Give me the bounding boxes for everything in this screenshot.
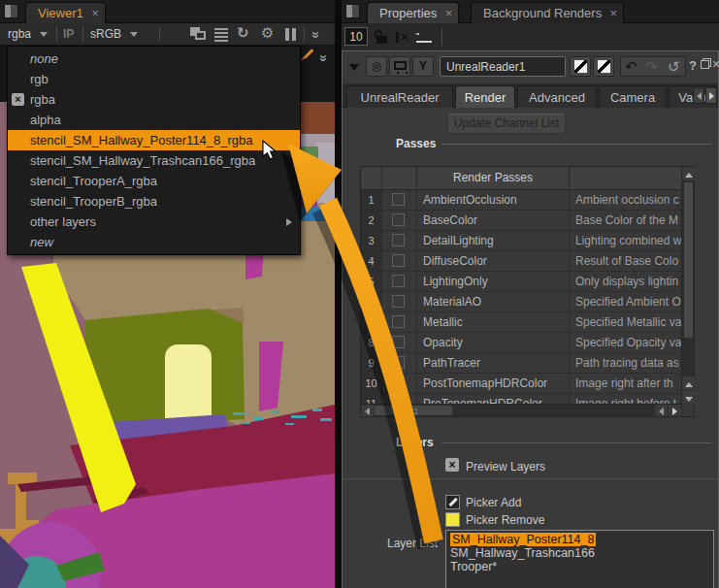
help-button[interactable]: ? xyxy=(689,58,697,73)
tab-unrealreader[interactable]: UnrealReader xyxy=(346,85,453,108)
channel-dropdown-menu: none rgb × rgba alpha stencil_SM_Hallway… xyxy=(7,46,301,255)
scrollbar-thumb[interactable] xyxy=(375,406,452,415)
menu-item-stencil-troopera[interactable]: stencil_TrooperA_rgba xyxy=(8,171,300,191)
scroll-left-icon[interactable] xyxy=(361,405,374,416)
pane-corner-icon[interactable] xyxy=(4,4,18,18)
table-row[interactable]: 5LightingOnlyOnly displays lightin xyxy=(361,272,682,292)
ip-toggle[interactable]: IP xyxy=(63,27,74,41)
properties-tabbar: Properties × Background Renders × xyxy=(342,0,719,23)
pass-checkbox[interactable] xyxy=(382,211,417,230)
scroll-left-icon[interactable] xyxy=(655,405,668,416)
menu-item-rgb[interactable]: rgb xyxy=(8,69,300,89)
wrench-settings-button[interactable]: Y xyxy=(412,56,434,77)
close-icon[interactable]: × xyxy=(610,3,618,24)
colorspace-select[interactable]: sRGB xyxy=(90,27,138,41)
tab-scroll-left[interactable] xyxy=(693,87,704,104)
pass-checkbox[interactable] xyxy=(382,394,417,404)
table-row[interactable]: 8OpacitySpecified Opacity va xyxy=(361,333,682,353)
pass-checkbox[interactable] xyxy=(382,353,417,373)
pass-checkbox[interactable] xyxy=(382,292,417,311)
scroll-up-icon[interactable] xyxy=(682,376,695,390)
table-row[interactable]: 1AmbientOcclusionAmbient occlusion c xyxy=(361,190,682,211)
pass-checkbox[interactable] xyxy=(382,374,417,393)
passes-group-label: Passes xyxy=(396,137,436,150)
scroll-down-icon[interactable] xyxy=(682,391,695,405)
panel-collapse-icon[interactable] xyxy=(349,64,359,71)
pass-checkbox[interactable] xyxy=(382,272,417,291)
monitor-out-button[interactable] xyxy=(389,56,410,77)
vertical-scrollbar[interactable] xyxy=(681,167,694,404)
tab-scroll-right[interactable] xyxy=(705,87,717,104)
pane-divider[interactable] xyxy=(335,0,342,588)
pass-checkbox[interactable] xyxy=(382,190,417,210)
table-row[interactable]: 10PostTonemapHDRColorImage right after t… xyxy=(361,374,682,394)
pane-corner-icon[interactable] xyxy=(345,4,360,18)
layers-group-label: Layers xyxy=(396,436,434,449)
layer-list-item[interactable]: SM_Hallway_Poster114_8 xyxy=(450,533,709,546)
menu-item-stencil-trashcan[interactable]: stencil_SM_Hallway_Trashcan166_rgba xyxy=(8,150,300,171)
update-region-gear-icon[interactable]: ⚙ xyxy=(261,25,274,40)
tab-advanced[interactable]: Advanced xyxy=(517,85,597,108)
tab-viewer1[interactable]: Viewer1 × xyxy=(25,2,106,23)
preview-layers-checkbox[interactable]: × xyxy=(445,458,459,472)
close-all-panels-icon[interactable]: × xyxy=(396,29,409,45)
expand-side-toolbar-chevron-icon[interactable]: » xyxy=(316,54,332,60)
table-row[interactable]: 2BaseColorBase Color of the M xyxy=(361,211,682,231)
menu-item-rgba[interactable]: × rgba xyxy=(8,89,300,110)
group-divider xyxy=(441,144,711,145)
pass-checkbox[interactable] xyxy=(382,333,417,352)
picker-remove-swatch[interactable] xyxy=(445,512,460,527)
close-panel-icon[interactable]: × xyxy=(712,56,719,72)
expand-toolbar-chevron-icon[interactable]: » xyxy=(309,31,324,37)
revert-icon[interactable]: ↺ xyxy=(668,57,680,76)
table-row[interactable]: 7MetallicSpecified Metallic va xyxy=(361,312,682,333)
node-glance-button[interactable]: ◎ xyxy=(366,56,387,77)
redo-icon[interactable]: ↷ xyxy=(645,57,658,76)
pass-checkbox[interactable] xyxy=(382,231,417,250)
scroll-up-icon[interactable] xyxy=(682,167,695,180)
menu-item-stencil-trooperb[interactable]: stencil_TrooperB_rgba xyxy=(8,191,300,212)
menu-item-none[interactable]: none xyxy=(8,49,300,69)
tab-render[interactable]: Render xyxy=(455,85,515,108)
undo-icon[interactable]: ↶ xyxy=(625,57,637,76)
layer-list-box[interactable]: SM_Hallway_Poster114_8 SM_Hallway_Trashc… xyxy=(445,530,714,588)
max-panels-input[interactable]: 10 xyxy=(344,27,368,46)
table-row[interactable]: 6MaterialAOSpecified Ambient O xyxy=(361,292,682,312)
picker-add-swatch[interactable] xyxy=(445,495,460,509)
sync-icon[interactable]: ↻ xyxy=(237,25,249,40)
layer-list-item[interactable]: SM_Hallway_Trashcan166 xyxy=(450,546,709,560)
pause-icon[interactable] xyxy=(285,28,296,41)
horizontal-scrollbar[interactable] xyxy=(361,404,682,416)
menu-item-stencil-poster[interactable]: stencil_SM_Hallway_Poster114_8_rgba xyxy=(8,130,300,150)
float-panel-icon[interactable] xyxy=(701,58,711,69)
pass-checkbox[interactable] xyxy=(382,251,417,271)
chevron-down-icon xyxy=(40,32,48,37)
scroll-right-icon[interactable] xyxy=(669,405,681,416)
layer-stack-icon[interactable] xyxy=(214,28,228,42)
section-divider xyxy=(343,478,718,479)
gl-color-swatch-button[interactable] xyxy=(593,56,614,77)
table-row[interactable]: 9PathTracerPath tracing data as xyxy=(361,353,682,374)
table-row[interactable]: 4DiffuseColorResult of Base Colo xyxy=(361,251,682,272)
table-row[interactable]: 3DetailLightingLighting combined w xyxy=(361,231,682,251)
node-color-swatch-button[interactable] xyxy=(570,56,591,77)
preview-layers-label: Preview Layers xyxy=(466,460,545,474)
picker-add-label: Picker Add xyxy=(466,496,521,509)
node-name-field[interactable] xyxy=(440,56,566,77)
menu-item-alpha[interactable]: alpha xyxy=(8,110,300,130)
update-channel-list-button[interactable]: Update Channel List xyxy=(447,114,566,134)
layer-list-item[interactable]: Trooper* xyxy=(450,560,709,573)
tab-background-renders[interactable]: Background Renders × xyxy=(471,2,624,23)
close-icon[interactable]: × xyxy=(445,3,453,24)
tab-properties[interactable]: Properties × xyxy=(367,2,459,23)
tab-camera[interactable]: Camera xyxy=(599,85,667,108)
lock-icon[interactable] xyxy=(375,30,388,44)
channel-select[interactable]: rgba xyxy=(8,27,48,41)
checked-icon: × xyxy=(12,93,24,106)
menu-item-new[interactable]: new xyxy=(8,232,300,252)
close-icon[interactable]: × xyxy=(91,3,99,24)
scrollbar-thumb[interactable] xyxy=(684,182,693,338)
pass-checkbox[interactable] xyxy=(382,312,417,332)
table-row[interactable]: 11PreTonemapHDRColorImage right before t xyxy=(361,394,682,404)
menu-item-other-layers[interactable]: other layers xyxy=(8,212,300,232)
